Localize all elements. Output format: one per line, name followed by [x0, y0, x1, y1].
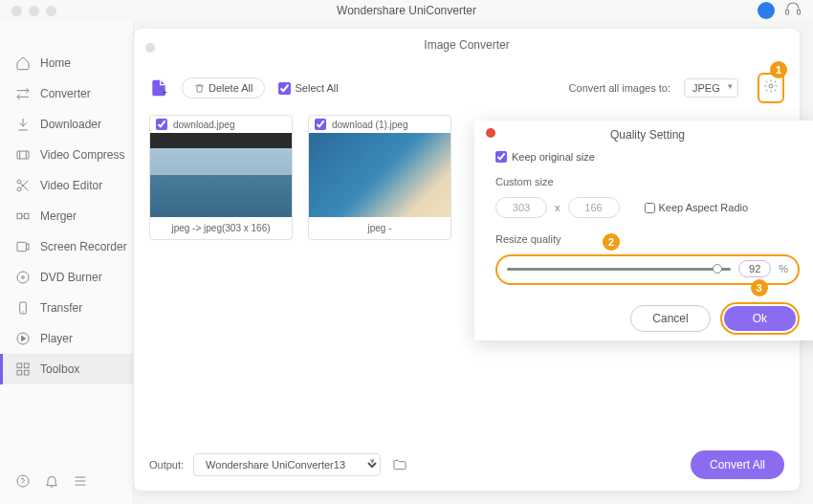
- quality-slider[interactable]: [507, 268, 731, 271]
- compress-icon: [15, 147, 31, 163]
- keep-aspect-label: Keep Aspect Radio: [659, 202, 749, 213]
- callout-badge-3: 3: [751, 279, 768, 296]
- menu-icon[interactable]: [73, 473, 88, 493]
- sidebar-item-toolbox[interactable]: Toolbox: [0, 354, 133, 384]
- sidebar-item-label: Screen Recorder: [40, 240, 127, 253]
- svg-rect-14: [17, 370, 22, 375]
- download-icon: [15, 117, 31, 132]
- svg-rect-1: [798, 11, 801, 15]
- modal-actions: Cancel 3 Ok: [474, 285, 813, 335]
- svg-rect-6: [24, 213, 29, 218]
- ok-button[interactable]: Ok: [724, 306, 796, 331]
- sidebar-item-dvd-burner[interactable]: DVD Burner: [0, 262, 133, 293]
- sidebar-item-label: DVD Burner: [40, 271, 102, 284]
- support-icon[interactable]: [784, 0, 802, 21]
- thumbnail-card[interactable]: download.jpeg jpeg -> jpeg(303 x 166): [149, 115, 293, 240]
- svg-rect-13: [24, 363, 29, 368]
- convert-all-button[interactable]: Convert All: [691, 450, 784, 479]
- cancel-button[interactable]: Cancel: [630, 305, 710, 332]
- help-icon[interactable]: [15, 473, 31, 493]
- sidebar-item-video-compress[interactable]: Video Compress: [0, 140, 133, 170]
- resize-quality-label: Resize quality: [495, 233, 800, 245]
- svg-point-3: [17, 180, 21, 184]
- toolbox-icon: [15, 362, 31, 377]
- thumbnail-checkbox[interactable]: [156, 119, 167, 130]
- traffic-min[interactable]: [29, 6, 39, 16]
- converter-icon: [15, 86, 31, 101]
- thumbnail-caption: jpeg -> jpeg(303 x 166): [150, 217, 292, 239]
- sidebar-item-label: Player: [40, 332, 73, 345]
- sidebar-item-label: Downloader: [40, 118, 101, 131]
- delete-all-button[interactable]: Delete All: [182, 77, 265, 99]
- modal-close-icon[interactable]: [486, 128, 495, 138]
- sidebar-item-screen-recorder[interactable]: Screen Recorder: [0, 231, 133, 262]
- user-avatar[interactable]: [758, 2, 775, 19]
- quality-settings-button[interactable]: 1: [758, 73, 784, 103]
- quality-value-input[interactable]: [738, 260, 771, 277]
- select-all-checkbox[interactable]: Select All: [278, 82, 338, 95]
- keep-original-label: Keep original size: [512, 151, 595, 163]
- svg-point-8: [17, 272, 29, 283]
- delete-all-label: Delete All: [209, 82, 253, 94]
- height-input[interactable]: [568, 197, 620, 218]
- sidebar-item-label: Video Compress: [40, 148, 125, 162]
- output-path-select[interactable]: Wondershare UniConverter13: [193, 453, 381, 476]
- keep-aspect-checkbox[interactable]: Keep Aspect Radio: [645, 202, 749, 213]
- output-label: Output:: [149, 459, 184, 471]
- merge-icon: [15, 208, 31, 224]
- modal-title: Quality Setting: [474, 121, 813, 151]
- sidebar-item-label: Merger: [40, 209, 77, 223]
- svg-rect-5: [17, 213, 22, 218]
- app-titlebar: Wondershare UniConverter: [0, 0, 813, 21]
- svg-text:+: +: [163, 88, 167, 98]
- sidebar-item-label: Toolbox: [40, 362, 79, 376]
- sidebar-bottom: [0, 462, 133, 504]
- panel-close-icon[interactable]: [145, 43, 155, 53]
- sidebar-item-home[interactable]: Home: [0, 48, 133, 78]
- disc-icon: [15, 270, 31, 285]
- add-file-icon[interactable]: +: [149, 78, 168, 98]
- image-converter-panel: Image Converter + Delete All Select All …: [134, 29, 800, 491]
- slider-thumb[interactable]: [713, 264, 722, 274]
- sidebar-item-downloader[interactable]: Downloader: [0, 109, 133, 140]
- sidebar-item-player[interactable]: Player: [0, 323, 133, 354]
- traffic-lights: [11, 6, 56, 16]
- svg-rect-15: [24, 370, 29, 375]
- svg-point-9: [22, 276, 25, 279]
- sidebar-item-transfer[interactable]: Transfer: [0, 293, 133, 323]
- play-icon: [15, 331, 31, 346]
- svg-rect-7: [17, 242, 26, 251]
- titlebar-right: [758, 0, 802, 21]
- sidebar-item-converter[interactable]: Converter: [0, 78, 133, 109]
- sidebar: Home Converter Downloader Video Compress…: [0, 21, 134, 504]
- sidebar-item-merger[interactable]: Merger: [0, 201, 133, 231]
- traffic-max[interactable]: [46, 6, 56, 16]
- callout-badge-2: 2: [603, 233, 620, 251]
- scissors-icon: [15, 178, 31, 193]
- svg-rect-2: [17, 151, 29, 159]
- sidebar-item-video-editor[interactable]: Video Editor: [0, 170, 133, 201]
- width-input[interactable]: [495, 197, 547, 218]
- open-folder-button[interactable]: [390, 455, 409, 474]
- thumbnail-card[interactable]: download (1).jpeg jpeg -: [308, 115, 451, 240]
- format-select[interactable]: JPEG: [684, 78, 738, 98]
- convert-to-label: Convert all images to:: [569, 82, 670, 94]
- bell-icon[interactable]: [44, 473, 59, 493]
- app-title: Wondershare UniConverter: [337, 4, 476, 17]
- svg-rect-12: [17, 363, 22, 368]
- svg-point-18: [769, 84, 773, 88]
- thumbnail-filename: download (1).jpeg: [332, 120, 408, 130]
- panel-footer: Output: Wondershare UniConverter13 Conve…: [149, 450, 784, 479]
- panel-header: Image Converter: [134, 29, 800, 67]
- record-icon: [15, 239, 31, 254]
- sidebar-item-label: Transfer: [40, 301, 82, 315]
- toolbar: + Delete All Select All Convert all imag…: [134, 67, 800, 115]
- sidebar-item-label: Video Editor: [40, 179, 102, 192]
- quality-setting-modal: Quality Setting Keep original size Custo…: [474, 121, 813, 340]
- keep-original-checkbox[interactable]: Keep original size: [495, 151, 800, 163]
- ok-button-wrap: 3 Ok: [720, 302, 800, 335]
- thumbnail-image: [150, 133, 292, 217]
- thumbnail-checkbox[interactable]: [315, 119, 326, 130]
- svg-rect-0: [786, 11, 789, 15]
- traffic-close[interactable]: [11, 6, 22, 16]
